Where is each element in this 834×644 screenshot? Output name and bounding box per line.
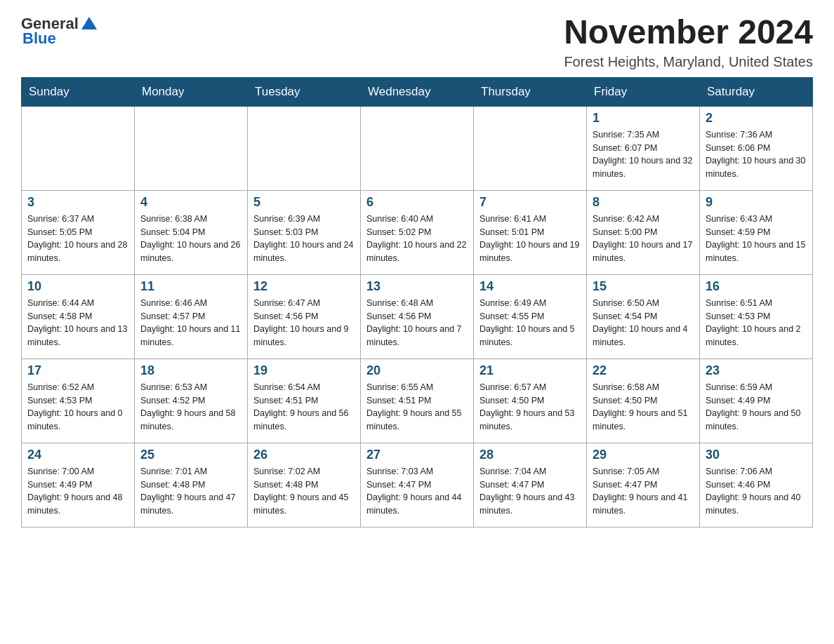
logo-triangle-icon (81, 15, 97, 31)
day-number: 10 (27, 279, 128, 294)
day-info: Sunrise: 6:41 AMSunset: 5:01 PMDaylight:… (479, 213, 581, 265)
calendar-week-row: 24Sunrise: 7:00 AMSunset: 4:49 PMDayligh… (22, 443, 813, 527)
table-row: 19Sunrise: 6:54 AMSunset: 4:51 PMDayligh… (248, 358, 361, 443)
day-number: 23 (706, 363, 807, 378)
table-row: 15Sunrise: 6:50 AMSunset: 4:54 PMDayligh… (587, 274, 700, 358)
day-info: Sunrise: 6:47 AMSunset: 4:56 PMDaylight:… (253, 297, 355, 349)
table-row: 13Sunrise: 6:48 AMSunset: 4:56 PMDayligh… (361, 274, 474, 358)
table-row: 23Sunrise: 6:59 AMSunset: 4:49 PMDayligh… (700, 358, 813, 443)
day-info: Sunrise: 6:53 AMSunset: 4:52 PMDaylight:… (140, 381, 241, 434)
table-row (248, 106, 361, 190)
day-number: 19 (253, 363, 355, 378)
calendar-week-row: 1Sunrise: 7:35 AMSunset: 6:07 PMDaylight… (22, 106, 813, 190)
header-thursday: Thursday (474, 77, 587, 106)
day-info: Sunrise: 6:37 AMSunset: 5:05 PMDaylight:… (27, 213, 128, 265)
table-row: 28Sunrise: 7:04 AMSunset: 4:47 PMDayligh… (474, 443, 587, 527)
day-info: Sunrise: 6:50 AMSunset: 4:54 PMDaylight:… (593, 297, 694, 349)
day-number: 28 (479, 448, 581, 462)
day-number: 17 (27, 363, 128, 378)
day-number: 4 (140, 195, 241, 210)
day-info: Sunrise: 6:51 AMSunset: 4:53 PMDaylight:… (706, 297, 807, 349)
table-row: 12Sunrise: 6:47 AMSunset: 4:56 PMDayligh… (248, 274, 361, 358)
table-row: 26Sunrise: 7:02 AMSunset: 4:48 PMDayligh… (248, 443, 361, 527)
day-info: Sunrise: 6:44 AMSunset: 4:58 PMDaylight:… (27, 297, 128, 349)
page-header: General Blue November 2024 Forest Height… (21, 14, 813, 70)
day-info: Sunrise: 6:54 AMSunset: 4:51 PMDaylight:… (253, 381, 355, 434)
table-row: 14Sunrise: 6:49 AMSunset: 4:55 PMDayligh… (474, 274, 587, 358)
day-number: 5 (253, 195, 355, 210)
day-number: 14 (479, 279, 581, 294)
day-number: 6 (366, 195, 468, 210)
table-row: 29Sunrise: 7:05 AMSunset: 4:47 PMDayligh… (587, 443, 700, 527)
day-number: 25 (140, 448, 241, 462)
day-info: Sunrise: 6:48 AMSunset: 4:56 PMDaylight:… (366, 297, 468, 349)
day-info: Sunrise: 6:38 AMSunset: 5:04 PMDaylight:… (140, 213, 241, 265)
table-row: 30Sunrise: 7:06 AMSunset: 4:46 PMDayligh… (700, 443, 813, 527)
table-row (474, 106, 587, 190)
table-row: 4Sunrise: 6:38 AMSunset: 5:04 PMDaylight… (135, 190, 248, 274)
day-info: Sunrise: 6:52 AMSunset: 4:53 PMDaylight:… (27, 381, 128, 434)
table-row: 21Sunrise: 6:57 AMSunset: 4:50 PMDayligh… (474, 358, 587, 443)
day-info: Sunrise: 7:06 AMSunset: 4:46 PMDaylight:… (706, 465, 807, 518)
day-info: Sunrise: 7:01 AMSunset: 4:48 PMDaylight:… (140, 465, 241, 518)
day-number: 22 (593, 363, 694, 378)
table-row: 7Sunrise: 6:41 AMSunset: 5:01 PMDaylight… (474, 190, 587, 274)
table-row: 9Sunrise: 6:43 AMSunset: 4:59 PMDaylight… (700, 190, 813, 274)
day-info: Sunrise: 6:42 AMSunset: 5:00 PMDaylight:… (593, 213, 694, 265)
table-row: 2Sunrise: 7:36 AMSunset: 6:06 PMDaylight… (700, 106, 813, 190)
header-friday: Friday (587, 77, 700, 106)
header-monday: Monday (135, 77, 248, 106)
svg-marker-0 (81, 17, 97, 29)
day-number: 7 (479, 195, 581, 210)
table-row: 17Sunrise: 6:52 AMSunset: 4:53 PMDayligh… (22, 358, 135, 443)
day-number: 26 (253, 448, 355, 462)
header-saturday: Saturday (700, 77, 813, 106)
logo-blue-text: Blue (22, 29, 56, 48)
day-info: Sunrise: 7:02 AMSunset: 4:48 PMDaylight:… (253, 465, 355, 518)
table-row: 18Sunrise: 6:53 AMSunset: 4:52 PMDayligh… (135, 358, 248, 443)
table-row: 8Sunrise: 6:42 AMSunset: 5:00 PMDaylight… (587, 190, 700, 274)
table-row: 6Sunrise: 6:40 AMSunset: 5:02 PMDaylight… (361, 190, 474, 274)
calendar-week-row: 3Sunrise: 6:37 AMSunset: 5:05 PMDaylight… (22, 190, 813, 274)
table-row (361, 106, 474, 190)
day-info: Sunrise: 7:05 AMSunset: 4:47 PMDaylight:… (593, 465, 694, 518)
day-info: Sunrise: 6:43 AMSunset: 4:59 PMDaylight:… (706, 213, 807, 265)
header-sunday: Sunday (22, 77, 135, 106)
table-row: 5Sunrise: 6:39 AMSunset: 5:03 PMDaylight… (248, 190, 361, 274)
calendar-table: Sunday Monday Tuesday Wednesday Thursday… (21, 77, 813, 528)
day-info: Sunrise: 7:03 AMSunset: 4:47 PMDaylight:… (366, 465, 468, 518)
day-info: Sunrise: 6:59 AMSunset: 4:49 PMDaylight:… (706, 381, 807, 434)
day-info: Sunrise: 7:00 AMSunset: 4:49 PMDaylight:… (27, 465, 128, 518)
day-number: 12 (253, 279, 355, 294)
day-info: Sunrise: 7:04 AMSunset: 4:47 PMDaylight:… (479, 465, 581, 518)
day-number: 3 (27, 195, 128, 210)
day-number: 24 (27, 448, 128, 462)
day-number: 8 (593, 195, 694, 210)
day-number: 21 (479, 363, 581, 378)
month-title: November 2024 (564, 14, 813, 51)
table-row: 24Sunrise: 7:00 AMSunset: 4:49 PMDayligh… (22, 443, 135, 527)
table-row: 3Sunrise: 6:37 AMSunset: 5:05 PMDaylight… (22, 190, 135, 274)
day-number: 1 (593, 111, 694, 126)
day-number: 18 (140, 363, 241, 378)
header-wednesday: Wednesday (361, 77, 474, 106)
day-info: Sunrise: 6:39 AMSunset: 5:03 PMDaylight:… (253, 213, 355, 265)
table-row: 20Sunrise: 6:55 AMSunset: 4:51 PMDayligh… (361, 358, 474, 443)
logo: General Blue (21, 14, 97, 48)
weekday-header-row: Sunday Monday Tuesday Wednesday Thursday… (22, 77, 813, 106)
table-row (22, 106, 135, 190)
day-number: 15 (593, 279, 694, 294)
table-row: 22Sunrise: 6:58 AMSunset: 4:50 PMDayligh… (587, 358, 700, 443)
day-number: 2 (706, 111, 807, 126)
title-block: November 2024 Forest Heights, Maryland, … (564, 14, 813, 70)
calendar-week-row: 10Sunrise: 6:44 AMSunset: 4:58 PMDayligh… (22, 274, 813, 358)
day-number: 27 (366, 448, 468, 462)
day-number: 11 (140, 279, 241, 294)
table-row: 16Sunrise: 6:51 AMSunset: 4:53 PMDayligh… (700, 274, 813, 358)
table-row: 10Sunrise: 6:44 AMSunset: 4:58 PMDayligh… (22, 274, 135, 358)
day-number: 30 (706, 448, 807, 462)
day-number: 9 (706, 195, 807, 210)
calendar-week-row: 17Sunrise: 6:52 AMSunset: 4:53 PMDayligh… (22, 358, 813, 443)
day-info: Sunrise: 6:58 AMSunset: 4:50 PMDaylight:… (593, 381, 694, 434)
day-number: 20 (366, 363, 468, 378)
